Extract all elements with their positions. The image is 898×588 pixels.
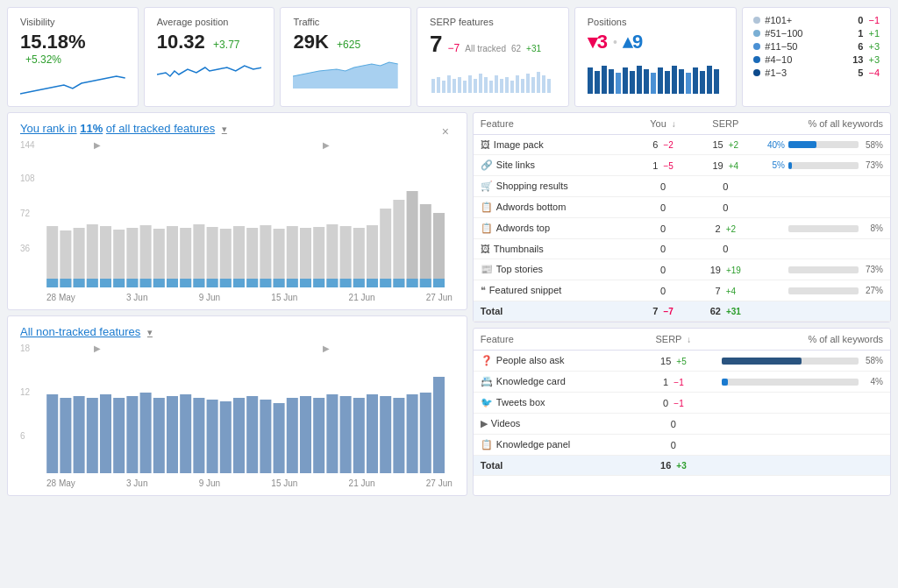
- legend-chg-3: +3: [868, 54, 880, 65]
- svg-rect-53: [180, 228, 191, 287]
- svg-rect-97: [367, 279, 378, 287]
- legend-val-0: 0: [858, 15, 863, 25]
- th2-pct: % of all keywords: [715, 329, 890, 351]
- svg-rect-83: [180, 279, 191, 287]
- tracked-title: You rank in 11% of all tracked features …: [20, 122, 227, 135]
- dropdown-arrow-2-icon[interactable]: ▾: [147, 327, 153, 337]
- total2-serp: 16 +3: [631, 456, 715, 476]
- close-icon[interactable]: ×: [437, 123, 454, 140]
- svg-rect-91: [287, 279, 298, 287]
- svg-rect-2: [437, 77, 440, 93]
- svg-rect-43: [46, 226, 58, 287]
- feature-cell: 📇Knowledge card: [474, 372, 632, 393]
- feature-cell: 📋Adwords bottom: [474, 197, 632, 218]
- svg-rect-52: [167, 226, 178, 287]
- table-row: 📋Adwords bottom00: [474, 197, 890, 218]
- pct-cell: 5% 73%: [757, 155, 890, 176]
- dropdown-arrow-icon[interactable]: ▾: [222, 124, 227, 134]
- total-pct: [757, 301, 890, 322]
- svg-rect-66: [353, 228, 365, 287]
- y2-label-18: 18: [20, 344, 30, 353]
- tracked-table-panel: Feature You ↓ SERP % of all keywords 🖼Im…: [473, 112, 891, 322]
- pct-cell: 8%: [757, 218, 890, 239]
- flag-left-icon: ▶: [94, 140, 101, 150]
- svg-rect-17: [516, 75, 519, 93]
- total-label: Total: [474, 301, 632, 322]
- nontracked-x-axis: 28 May 3 Jun 9 Jun 15 Jun 21 Jun 27 Jun: [45, 476, 454, 488]
- table-row: 🔗Site links1 −519 +4 5% 73%: [474, 155, 890, 176]
- table-row: ▶Videos0: [474, 414, 890, 435]
- svg-rect-35: [665, 71, 670, 94]
- serp-cell: 15 +2: [695, 135, 757, 155]
- svg-rect-93: [313, 279, 324, 287]
- svg-marker-0: [293, 62, 398, 89]
- visibility-value: 15.18%: [20, 31, 86, 53]
- svg-rect-126: [353, 398, 365, 473]
- sort-you-icon[interactable]: ↓: [672, 119, 676, 129]
- svg-rect-10: [479, 74, 482, 93]
- pct-cell: [757, 176, 890, 197]
- svg-rect-113: [180, 394, 191, 473]
- legend-val-2: 6: [858, 41, 863, 52]
- svg-rect-39: [693, 67, 698, 94]
- serp-cell: 0: [695, 239, 757, 259]
- svg-rect-101: [420, 279, 431, 287]
- th2-serp: SERP ↓: [631, 329, 715, 351]
- legend-label-2: #11−50: [765, 41, 797, 52]
- svg-rect-6: [458, 77, 461, 93]
- positions-blue: ▴9: [623, 31, 643, 53]
- svg-rect-27: [609, 69, 614, 94]
- serp-cell: 15 +5: [631, 351, 715, 372]
- svg-rect-107: [100, 394, 111, 473]
- svg-rect-40: [700, 71, 705, 94]
- legend-item-2: #11−50 6 +3: [753, 41, 880, 52]
- svg-rect-68: [380, 209, 391, 287]
- legend-dot-2: [753, 43, 760, 50]
- svg-rect-124: [326, 394, 338, 473]
- positions-red: ▾3: [588, 31, 608, 53]
- flag-right-icon: ▶: [323, 140, 330, 150]
- pct-cell: 27%: [757, 280, 890, 301]
- svg-rect-49: [126, 228, 138, 287]
- traffic-chart: [293, 57, 398, 89]
- svg-rect-65: [340, 226, 352, 287]
- svg-rect-70: [407, 191, 418, 287]
- svg-rect-129: [393, 398, 404, 473]
- tracked-title-post: of all tracked features: [106, 122, 215, 135]
- serp-change: −7: [448, 42, 460, 54]
- x-label-5: 27 Jun: [426, 293, 453, 302]
- svg-rect-75: [74, 279, 85, 287]
- feature-cell: 📋Adwords top: [474, 218, 632, 239]
- svg-rect-120: [274, 403, 285, 473]
- you-cell: 0: [631, 218, 694, 239]
- sort-serp-icon[interactable]: ↓: [687, 335, 691, 344]
- y2-label-12: 12: [20, 387, 30, 397]
- you-cell: 1 −5: [631, 155, 694, 176]
- feature-cell: 🖼Image pack: [474, 135, 632, 155]
- table-row: 🖼Image pack6 −215 +2 40% 58%: [474, 135, 890, 155]
- avg-position-label: Average position: [157, 17, 262, 27]
- svg-rect-26: [602, 66, 607, 94]
- svg-rect-7: [463, 81, 467, 93]
- avg-position-change: +3.77: [213, 39, 239, 51]
- pct-cell: 73%: [757, 259, 890, 280]
- serp-tracked-62: 62: [511, 44, 521, 53]
- x2-label-4: 21 Jun: [349, 478, 375, 488]
- serp-card: SERP features 7 −7 All tracked 62 +31: [417, 7, 569, 107]
- svg-rect-71: [420, 204, 431, 287]
- feature-cell: 🖼Thumbnails: [474, 239, 632, 259]
- svg-rect-33: [651, 73, 656, 94]
- svg-rect-22: [542, 75, 545, 93]
- svg-rect-20: [531, 77, 535, 93]
- svg-rect-38: [686, 73, 691, 94]
- svg-rect-57: [233, 226, 245, 287]
- you-cell: 0: [631, 176, 694, 197]
- svg-rect-3: [442, 81, 445, 93]
- flag2-right-icon: ▶: [323, 344, 330, 353]
- svg-rect-112: [167, 396, 178, 473]
- legend-chg-2: +3: [868, 41, 880, 52]
- y-label-108: 108: [20, 174, 35, 183]
- x-label-1: 3 Jun: [126, 293, 147, 302]
- svg-rect-30: [630, 71, 635, 94]
- total-serp: 62 +31: [695, 301, 757, 322]
